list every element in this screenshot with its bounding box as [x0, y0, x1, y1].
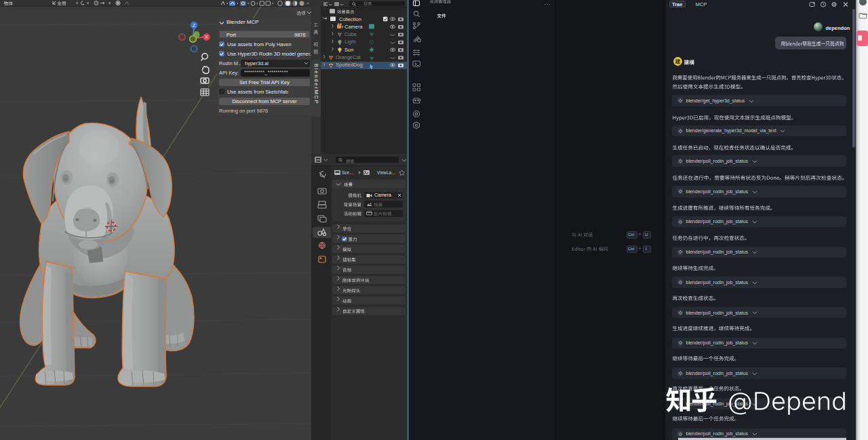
svg-text:Z: Z — [193, 22, 196, 28]
svg-text:X: X — [205, 34, 208, 40]
